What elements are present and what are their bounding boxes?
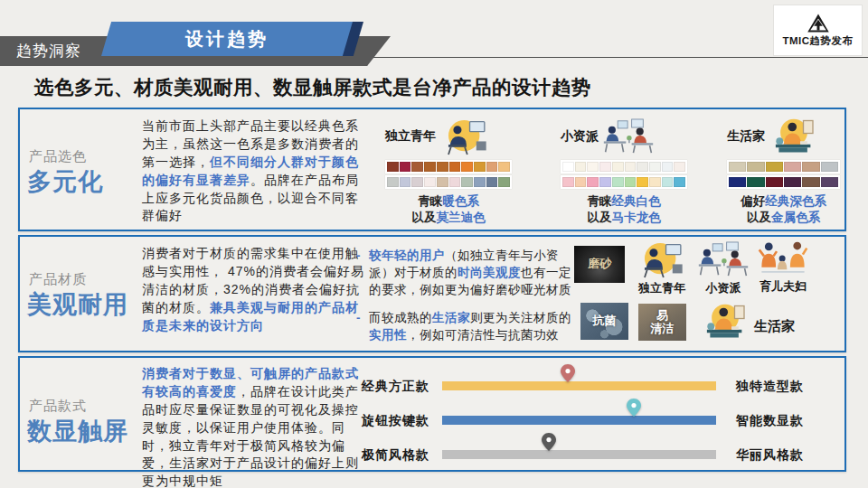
color-swatch	[637, 177, 648, 187]
color-swatch	[461, 177, 473, 187]
slider-right-label: 智能数显款	[736, 413, 804, 429]
color-swatch	[498, 177, 510, 187]
category-label: 产品材质	[29, 271, 87, 288]
slider-left-label: 经典方正款	[362, 379, 429, 395]
color-swatch	[729, 162, 746, 172]
color-swatch	[449, 177, 461, 187]
banner-title: 设计趋势	[185, 27, 269, 52]
color-swatch	[599, 177, 611, 187]
color-swatch	[747, 177, 764, 187]
color-swatch	[400, 162, 411, 172]
color-swatch	[562, 177, 574, 187]
page-title: 选色多元、材质美观耐用、数显触屏款式是台净产品的设计趋势	[34, 74, 591, 100]
slider-right-label: 华丽风格款	[736, 447, 804, 464]
bullet-list: 较年轻的用户（如独立青年与小资派）对于材质的时尚美观度也有一定的要求，例如更为偏…	[356, 248, 571, 354]
persona-name: 小资派	[694, 280, 752, 296]
slider-track	[442, 416, 716, 425]
persona-group: 小资派 青睐经典白色 以及马卡龙色	[561, 115, 687, 226]
color-swatch	[449, 162, 461, 172]
texture-tile-antibacterial: 抗菌	[580, 303, 628, 340]
slide: 趋势洞察 设计趋势 TMIC趋势发布 选色多元、材质美观耐用、数显触屏款式是台净…	[0, 0, 868, 488]
slider-pin-icon	[561, 364, 575, 382]
persona-mini	[696, 302, 754, 342]
tmic-logo-text: TMIC趋势发布	[782, 34, 853, 48]
slider-row: 旋钮按键款 智能数显款	[20, 416, 844, 425]
slider-right-label: 独特造型款	[736, 379, 804, 395]
color-swatch	[411, 162, 423, 172]
color-swatch	[625, 177, 637, 187]
swatch-row	[727, 175, 840, 189]
persona-mini: 育儿夫妇	[754, 239, 812, 295]
bullet-item: 较年轻的用户（如独立青年与小资派）对于材质的时尚美观度也有一定的要求，例如更为偏…	[356, 248, 571, 299]
color-swatch	[411, 177, 423, 187]
color-swatch	[649, 177, 661, 187]
color-swatch	[802, 162, 819, 172]
persona-caption: 偏好经典深色系 以及金属色系	[727, 193, 840, 226]
persona-name: 生活家	[754, 318, 795, 335]
header-divider	[362, 57, 868, 58]
color-swatch	[649, 162, 661, 172]
color-swatch	[625, 162, 637, 172]
section-paragraph: 消费者对于材质的需求集中在使用触感与实用性， 47%的消费者会偏好易清洁的材质，…	[142, 245, 372, 334]
persona-caption: 青睐经典白色 以及马卡龙色	[561, 193, 687, 226]
color-swatch	[766, 162, 783, 172]
home-lifer-illustration-icon	[769, 117, 819, 156]
category-label: 产品款式	[29, 398, 87, 415]
parenting-couple-illustration-icon	[754, 239, 812, 278]
persona-group: 独立青年 青睐暖色系 以及莫兰迪色	[385, 115, 512, 226]
color-swatch	[674, 162, 685, 172]
slider-pin-icon	[542, 433, 556, 451]
color-swatch	[821, 162, 838, 172]
keyword-label: 多元化	[27, 165, 103, 198]
slider-pin-icon	[627, 399, 641, 417]
slider-left-label: 极简风格款	[362, 447, 429, 464]
color-swatch	[424, 162, 436, 172]
breadcrumb: 趋势洞察	[16, 41, 81, 61]
color-swatch	[587, 162, 599, 172]
persona-name: 生活家	[727, 128, 765, 145]
panel-product-material: 产品材质 美观耐用 消费者对于材质的需求集中在使用触感与实用性， 47%的消费者…	[18, 235, 846, 352]
color-swatch	[747, 162, 764, 172]
color-swatch	[474, 177, 486, 187]
color-swatch	[802, 177, 819, 187]
color-swatch	[437, 177, 448, 187]
color-swatch	[612, 162, 624, 172]
persona-header: 小资派	[561, 115, 687, 158]
color-swatch	[486, 177, 498, 187]
color-swatch	[612, 177, 624, 187]
persona-mini: 小资派	[694, 239, 752, 296]
independent-youth-illustration-icon	[633, 239, 691, 280]
panel-product-color: 产品选色 多元化 当前市面上头部产品主要以经典色系为主，虽然这一色系是多数消费者…	[18, 108, 846, 231]
home-lifer-illustration-icon	[696, 302, 754, 342]
tmic-logo: TMIC趋势发布	[773, 5, 863, 56]
tmic-triangle-icon	[807, 14, 830, 33]
color-swatch	[575, 177, 587, 187]
persona-name: 小资派	[561, 128, 599, 145]
swatch-row	[561, 160, 687, 174]
color-swatch	[637, 162, 648, 172]
color-swatch	[498, 162, 510, 172]
persona-name: 独立青年	[633, 280, 691, 296]
color-swatch	[729, 177, 746, 187]
color-swatch	[587, 177, 599, 187]
color-swatch	[387, 177, 399, 187]
color-swatch	[784, 177, 801, 187]
independent-youth-illustration-icon	[439, 116, 492, 157]
persona-header: 独立青年	[385, 115, 512, 158]
persona-group: 生活家 偏好经典深色系 以及金属色系	[727, 115, 840, 226]
swatch-row	[561, 175, 687, 189]
color-swatch	[424, 177, 436, 187]
category-label: 产品选色	[29, 148, 87, 165]
slider-row: 经典方正款 独特造型款	[20, 381, 844, 390]
color-swatch	[437, 162, 448, 172]
keyword-label: 美观耐用	[27, 288, 128, 321]
swatch-row	[385, 160, 512, 174]
persona-name: 独立青年	[385, 128, 436, 145]
texture-tile-matte: 磨砂	[574, 246, 625, 283]
bullet-item: 而较成熟的生活家则更为关注材质的实用性，例如可清洁性与抗菌功效	[356, 310, 571, 344]
section-banner: 设计趋势	[101, 22, 353, 56]
petit-bourgeois-illustration-icon	[602, 116, 655, 157]
persona-header: 生活家	[727, 115, 840, 158]
color-swatch	[486, 162, 498, 172]
color-swatch	[662, 177, 674, 187]
